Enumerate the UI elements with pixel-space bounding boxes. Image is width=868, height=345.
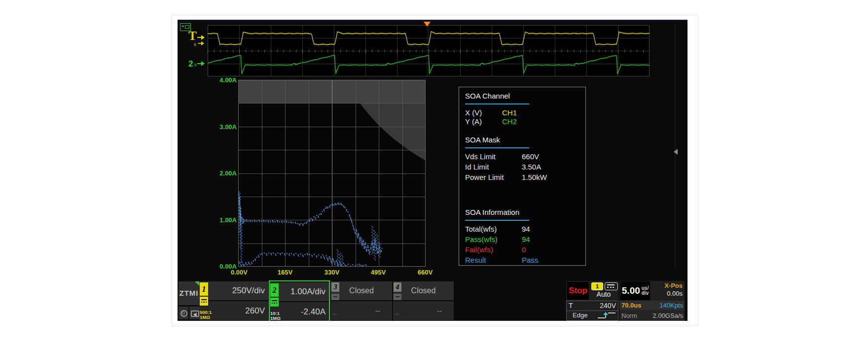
ch1-badge[interactable]: 1 [200,282,208,296]
total-wfs-row: Total(wfs) 94 [465,224,579,234]
touch-tool-button[interactable] [189,307,199,319]
run-state-indicator[interactable]: Stop [567,282,589,300]
id-limit-value: 3.50A [522,162,541,172]
channel3-status-section[interactable]: Closed -- 3 -:- [331,280,392,321]
vds-limit-row: Vds Limit 660V [465,151,579,162]
timebase-unit: us/ div [642,286,649,296]
ch4-coupling-icon [394,294,401,300]
power-limit-row: Power Limit 1.50kW [465,172,579,182]
soa-plot [238,80,426,267]
soa-mask-title: SOA Mask [465,135,579,145]
ch2-marker-sub: s [194,62,197,67]
ch2-offset-value: -2.40A [301,302,326,321]
total-wfs-value: 94 [522,224,530,234]
x-tick-0v: 0.00V [227,269,251,276]
trigger-type-value: Edge [573,310,587,320]
horizontal-position-box[interactable]: X-Pos 0.00s [651,282,683,298]
ch1-position-marker-icon[interactable] [198,41,205,46]
trigger-level-marker-icon[interactable] [197,35,205,40]
trigger-position-marker[interactable] [424,22,431,27]
y-tick-3a: 3.00A [214,123,237,131]
channel4-status-section[interactable]: Closed -- 4 -:- [393,280,454,321]
trigger-level-label: T [188,30,197,42]
trigger-mode-value[interactable]: Auto [591,290,616,298]
ch3-state-value: Closed [331,281,392,300]
ch2-dc-coupling-icon [270,298,279,307]
soa-channel-title: SOA Channel [465,91,579,101]
ch4-offset-value: -- [437,301,442,320]
acquisition-mode-row: Norm 2.00GSa/s [619,311,685,321]
section-divider [465,147,529,148]
rising-edge-icon [598,312,615,319]
xpos-value: 0.00s [651,290,683,298]
pass-wfs-value: 94 [522,234,530,244]
x-tick-660v: 660V [413,269,437,276]
page-background: T s 2 s 4.00A 3.00A 2.00A 1.00A 0.00A 0.… [0,0,868,345]
xpos-label: X-Pos [651,282,683,290]
ch3-badge[interactable]: 3 [331,282,339,292]
x-tick-495v: 495V [366,269,390,276]
waveform-display [208,25,650,76]
ch4-offset-row[interactable] [393,301,454,320]
pass-wfs-row: Pass(wfs) 94 [465,234,579,244]
ch4-probe-info: -:- [395,311,399,316]
collapse-panel-arrow-icon[interactable] [674,149,678,155]
record-points-value: 140Kpts [659,301,683,310]
id-limit-row: Id Limit 3.50A [465,162,579,172]
channel1-status-section[interactable]: 250V/div 260V 1 500:1 1MΩ [199,280,268,321]
trigger-source-badge[interactable]: 1 [591,282,603,290]
section-divider [465,220,529,221]
ch1-offset-value: 260V [245,301,265,320]
y-tick-2a: 2.00A [214,170,237,177]
screenshot-card: T s 2 s 4.00A 3.00A 2.00A 1.00A 0.00A 0.… [172,15,698,326]
ch2-position-marker-icon[interactable] [197,61,205,66]
trigger-coupling-icon [605,282,618,290]
x-tick-165v: 165V [273,269,297,276]
soa-info-panel: SOA Channel X (V) CH1 Y (A) CH2 SOA Mask… [459,87,586,266]
soa-y-row: Y (A) CH2 [465,117,579,126]
timebase-scale-box[interactable]: 5.00 us/ div [620,281,650,300]
sample-rate-value: 2.00GSa/s [653,311,683,321]
power-limit-value: 1.50kW [522,172,547,182]
channel2-status-section[interactable]: 1.00A/div -2.40A 2 10:1 1MΩ [269,280,330,321]
trigger-type-row[interactable]: Edge [566,310,618,321]
ch3-offset-row[interactable] [331,301,392,320]
logo-corner-accent [195,281,199,286]
ch1-probe-info: 500:1 1MΩ [200,310,212,320]
soa-x-row: X (V) CH1 [465,108,579,117]
window-length-value: 70.0us [621,301,641,310]
ch2-marker-label: 2 [188,59,193,69]
section-divider [465,104,529,104]
trigger-level-row[interactable]: T 240V [566,301,618,311]
side-panel-divider [675,24,675,270]
screenshot-tool-button[interactable] [179,307,188,319]
soa-information-title: SOA Information [465,207,579,217]
y-tick-4a: 4.00A [214,76,237,84]
brand-logo: ZTMI [179,281,199,305]
ch4-badge[interactable]: 4 [394,282,401,292]
trigger-status-section[interactable]: Stop 1 Auto T 240V Edge [566,281,618,321]
ch2-badge[interactable]: 2 [270,283,279,297]
oscilloscope-screen: T s 2 s 4.00A 3.00A 2.00A 1.00A 0.00A 0.… [178,20,687,321]
ch2-scale-value: 1.00A/div [290,282,326,301]
ch1-dc-coupling-icon [200,297,208,306]
ch4-state-value: Closed [393,281,454,300]
y-tick-1a: 1.00A [214,216,237,224]
x-tick-330v: 330V [320,269,344,276]
trigger-level-value: 240V [600,301,616,310]
trigger-t-label: T [569,301,573,310]
fail-wfs-row: Fail(wfs) 0 [465,244,579,255]
acquisition-window-row: 70.0us 140Kpts [619,301,685,310]
timebase-scale-value: 5.00 [622,285,640,296]
top-accent-strip [178,20,687,21]
y-channel-value: CH2 [502,117,517,126]
ch3-coupling-icon [331,294,339,300]
x-channel-value: CH1 [502,108,517,117]
ch1-scale-value: 250V/div [232,281,265,300]
acq-mode-value: Norm [621,311,637,321]
ch3-probe-info: -:- [332,311,337,316]
ch2-probe-info: 10:1 1MΩ [270,311,281,321]
timebase-status-section[interactable]: 5.00 us/ div X-Pos 0.00s 70.0us 140Kpts … [619,281,685,321]
ch3-offset-value: -- [375,301,380,320]
ch1-marker-sub: s [194,42,196,47]
